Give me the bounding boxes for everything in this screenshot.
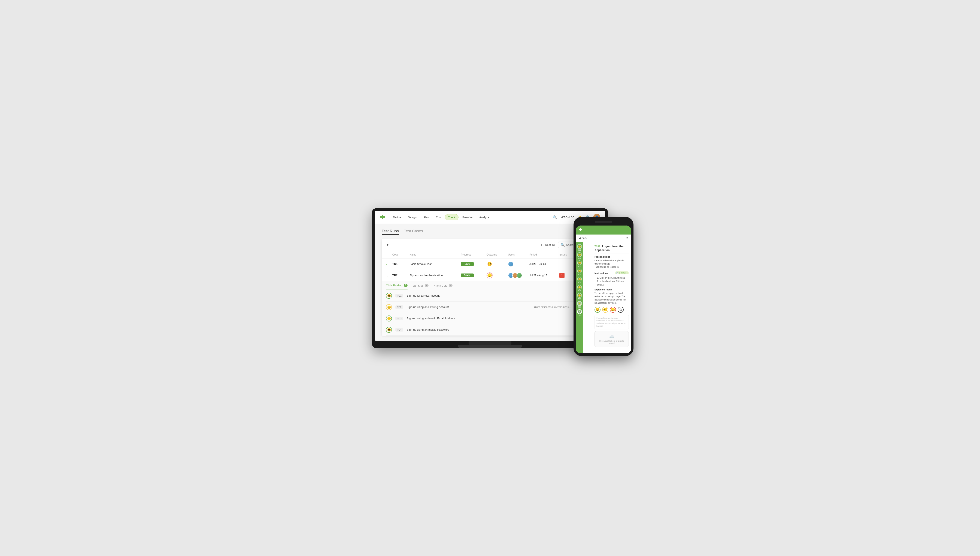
tr2-code: TR2	[392, 274, 410, 277]
main-content: Test Runs Test Cases ▼ 1 - 13 of 13 🔍	[375, 224, 605, 341]
table-header: Code Name Progress Outcome Users Period …	[382, 251, 598, 259]
tc11-label: TC11	[578, 314, 581, 316]
tc3-code: TC3	[396, 317, 403, 320]
tr2-period: Jul 28 – Aug 10	[530, 274, 559, 277]
tc2-label: TC2	[578, 257, 581, 259]
sidebar-item-tc3[interactable]: 😊 TC3	[576, 260, 583, 268]
tc2-icon: 😊	[577, 252, 582, 257]
col-code: Code	[392, 253, 410, 256]
tc5-label: TC5	[578, 282, 581, 283]
phone-notch	[576, 220, 631, 225]
sidebar-item-tc6[interactable]: 😊 TC6	[576, 284, 583, 292]
upload-text: Drop your file here or click to upload	[597, 340, 626, 344]
col-progress: Progress	[461, 253, 487, 256]
expected-result-title: Expected result	[594, 288, 629, 291]
nav-plan[interactable]: Plan	[420, 214, 432, 220]
search-icon: 🔍	[560, 243, 565, 247]
user-avatar-1	[508, 261, 513, 267]
feedback-placeholder: If something went wrong, remember to tel…	[596, 317, 627, 328]
tc7-icon: 😊	[577, 293, 582, 298]
list-item: 😊 TC4 Sign-up using an Invalid Password …	[386, 324, 594, 336]
sidebar-item-tc8[interactable]: ✏️ TC8	[576, 301, 583, 309]
tr1-code: TR1	[392, 262, 410, 265]
phone-screen: ✚ ◀ Back ≡ 😊 TC1 😊	[576, 226, 631, 353]
web-app-label: Web App	[560, 215, 575, 219]
page-tabs: Test Runs Test Cases	[382, 229, 598, 235]
tc-code-tag: TC11	[594, 245, 600, 247]
tc11-icon: 💬	[577, 309, 582, 314]
tc4-code: TC4	[396, 328, 403, 331]
tc8-icon: ✏️	[577, 301, 582, 306]
sidebar-item-tc5[interactable]: 😊 TC5	[576, 276, 583, 284]
tr1-progress-bar: 100%	[461, 262, 474, 266]
instructions-title: Instructions	[594, 272, 608, 275]
list-item: 😊 TC3 Sign-up using an Invalid Email Add…	[386, 313, 594, 324]
col-users: Users	[508, 253, 530, 256]
phone-main-content: TC11 Logout from the Application Precond…	[592, 242, 631, 353]
tc3-label: TC3	[578, 265, 581, 267]
tc1-status-icon: 😊	[386, 293, 392, 299]
tr2-name: Sign-up and Authentication	[410, 274, 461, 277]
col-name: Name	[410, 253, 461, 256]
chris-badge: 7	[404, 284, 408, 287]
sub-tab-chris[interactable]: Chris Balding 7	[386, 281, 408, 290]
sidebar-item-tc11[interactable]: 💬 TC11	[576, 309, 583, 317]
sidebar-item-tc4[interactable]: 😊 TC4	[576, 268, 583, 276]
tc1-name: Sign-up for a New Account	[407, 294, 578, 297]
table-toolbar: ▼ 1 - 13 of 13 🔍	[382, 239, 598, 251]
tc6-icon: 😊	[577, 285, 582, 289]
pagination-text: 1 - 13 of 13	[541, 243, 555, 247]
nav-resolve[interactable]: Resolve	[459, 214, 475, 220]
search-icon[interactable]: 🔍	[553, 215, 557, 219]
expected-result-text: You should be logged out and redirected …	[594, 292, 629, 305]
tr1-users	[508, 261, 530, 267]
tr1-outcome-icon: 😊	[487, 261, 492, 267]
tc3-icon: 😊	[577, 260, 582, 265]
tr1-period: Jul 28 – Jul 31	[530, 263, 559, 265]
tc4-label: TC4	[578, 274, 581, 275]
sidebar-item-tc1[interactable]: 😊 TC1	[576, 244, 583, 251]
table-row: › TR1 Basic Smoke Test 100% 😊 Jul 28 – J…	[382, 259, 598, 270]
tc3-status-icon: 😊	[386, 315, 392, 322]
tr2-expanded-section: Chris Balding 7 Jan Klos 9 Frank Cole 3	[382, 281, 598, 336]
upload-area[interactable]: ☁️ Drop your file here or click to uploa…	[594, 331, 629, 347]
tc4-status-icon: 😊	[386, 327, 392, 333]
nav-design[interactable]: Design	[405, 214, 420, 220]
outcome-buttons: 😊 😐 😞 ⊘	[594, 307, 629, 313]
tc6-label: TC6	[578, 290, 581, 291]
outcome-fail-button[interactable]: 😞	[610, 307, 616, 313]
sub-tab-frank[interactable]: Frank Cole 3	[434, 281, 452, 290]
nav-run[interactable]: Run	[433, 214, 444, 220]
outcome-partial-button[interactable]: 😐	[602, 307, 608, 313]
outcome-skip-button[interactable]: ⊘	[618, 307, 624, 313]
sidebar-item-tc7[interactable]: 😊 TC7	[576, 293, 583, 300]
sub-tab-jan[interactable]: Jan Klos 9	[413, 281, 429, 290]
tr2-outcome-icon: 😞	[487, 272, 492, 278]
nav-analyze[interactable]: Analyze	[476, 214, 492, 220]
sidebar-item-tc2[interactable]: 😊 TC2	[576, 252, 583, 260]
tc4-name: Sign-up using an Invalid Password	[407, 328, 578, 331]
expand-tr2-icon[interactable]: ⌄	[386, 274, 392, 277]
issue-badge: 1	[559, 273, 565, 278]
expand-tr1-icon[interactable]: ›	[386, 262, 392, 266]
col-expand	[386, 253, 392, 256]
feedback-area: If something went wrong, remember to tel…	[594, 315, 629, 330]
tc3-name: Sign-up using an Invalid Email Address	[407, 317, 578, 320]
phone-sidebar: 😊 TC1 😊 TC2 😊 TC3 😊	[576, 242, 583, 353]
filter-icon[interactable]: ▼	[386, 243, 389, 247]
tab-test-runs[interactable]: Test Runs	[382, 229, 399, 235]
nav-track[interactable]: Track	[445, 214, 459, 220]
instructions-header: Instructions 🕐 1 minutes	[594, 270, 629, 275]
assignee-tabs: Chris Balding 7 Jan Klos 9 Frank Cole 3	[386, 281, 594, 290]
nav-define[interactable]: Define	[390, 214, 404, 220]
test-case-header: TC11 Logout from the Application	[594, 244, 629, 252]
menu-icon[interactable]: ≡	[626, 236, 628, 240]
preconditions-text: • You must be on the application dashboa…	[594, 259, 629, 268]
time-badge: 🕐 1 minutes	[615, 272, 629, 274]
outcome-pass-button[interactable]: 😊	[594, 307, 601, 313]
col-outcome: Outcome	[487, 253, 508, 256]
back-button[interactable]: ◀ Back	[579, 237, 587, 240]
preconditions-title: Preconditions	[594, 255, 629, 258]
tab-test-cases[interactable]: Test Cases	[404, 229, 423, 235]
tc2-status-icon: 😐	[386, 304, 392, 310]
